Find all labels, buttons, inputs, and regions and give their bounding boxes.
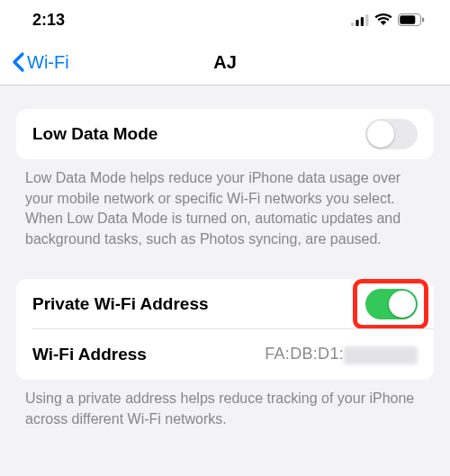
private-wifi-address-label: Private Wi-Fi Address	[32, 294, 209, 314]
page-title: AJ	[213, 52, 237, 73]
svg-rect-2	[361, 17, 364, 26]
wifi-address-row: Wi-Fi Address FA:DB:D1:	[16, 329, 434, 380]
status-indicators	[351, 13, 425, 26]
battery-icon	[398, 13, 425, 26]
wifi-icon	[374, 13, 392, 26]
private-wifi-address-toggle[interactable]	[365, 289, 418, 319]
chevron-left-icon	[11, 51, 25, 73]
redacted-segment	[344, 346, 418, 364]
low-data-mode-footer: Low Data Mode helps reduce your iPhone d…	[0, 159, 450, 250]
wifi-address-value: FA:DB:D1:	[265, 345, 418, 364]
status-bar: 2:13	[0, 0, 450, 40]
cellular-icon	[351, 14, 369, 26]
private-address-footer: Using a private address helps reduce tra…	[0, 380, 450, 429]
private-wifi-address-row[interactable]: Private Wi-Fi Address	[16, 279, 434, 329]
svg-rect-6	[422, 18, 424, 22]
low-data-mode-group: Low Data Mode	[16, 109, 434, 159]
nav-bar: Wi-Fi AJ	[0, 40, 450, 85]
svg-rect-1	[356, 20, 358, 26]
back-button[interactable]: Wi-Fi	[11, 51, 69, 73]
back-label: Wi-Fi	[27, 52, 69, 73]
toggle-knob	[389, 291, 416, 318]
low-data-mode-toggle[interactable]	[365, 119, 418, 149]
svg-rect-0	[351, 22, 354, 26]
toggle-knob	[367, 121, 394, 148]
status-time: 2:13	[32, 11, 65, 30]
svg-rect-5	[400, 15, 415, 23]
svg-rect-3	[365, 14, 368, 26]
low-data-mode-label: Low Data Mode	[32, 124, 158, 144]
private-address-group: Private Wi-Fi Address Wi-Fi Address FA:D…	[16, 279, 434, 380]
low-data-mode-row[interactable]: Low Data Mode	[16, 109, 434, 159]
wifi-address-label: Wi-Fi Address	[32, 345, 147, 364]
